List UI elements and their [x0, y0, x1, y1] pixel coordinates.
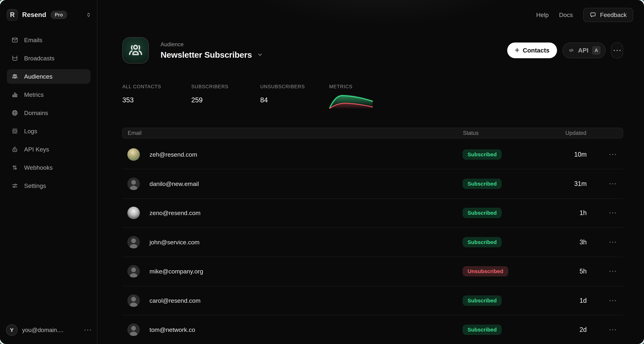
stat-label: UNSUBSCRIBERS [260, 84, 329, 90]
api-button[interactable]: API A [562, 42, 606, 58]
stat-subscribers: SUBSCRIBERS 259 [191, 84, 260, 109]
workspace-name: Resend [22, 11, 46, 18]
table-row[interactable]: mike@company.org Unsubscribed 5h [122, 257, 623, 286]
lock-icon [12, 146, 18, 153]
table-row[interactable]: carol@resend.com Subscribed 1d [122, 286, 623, 315]
status-badge: Subscribed [462, 324, 502, 335]
stat-label: METRICS [329, 84, 398, 90]
row-menu-ellipsis-icon[interactable] [608, 328, 618, 332]
table-row[interactable]: zeno@resend.com Subscribed 1h [122, 198, 623, 227]
avatar [127, 294, 140, 307]
sidebar-item-label: Settings [24, 182, 46, 189]
avatar [127, 178, 140, 190]
logs-icon [12, 128, 18, 134]
audience-icon [122, 37, 149, 64]
user-email: you@domain.... [22, 327, 64, 334]
row-menu-ellipsis-icon[interactable] [608, 269, 618, 274]
status-badge: Subscribed [462, 208, 502, 218]
avatar [127, 207, 140, 219]
contact-email: carol@resend.com [150, 297, 200, 304]
code-icon [568, 47, 574, 54]
sidebar-item-broadcasts[interactable]: Broadcasts [7, 51, 90, 66]
chevron-down-icon [257, 52, 263, 58]
contact-email: danilo@new.email [150, 180, 199, 187]
contact-email: tom@network.co [150, 326, 195, 333]
sidebar-item-label: API Keys [24, 146, 49, 153]
row-menu-ellipsis-icon[interactable] [608, 210, 618, 215]
updated-time: 31m [574, 180, 587, 188]
stat-all-contacts: ALL CONTACTS 353 [122, 84, 191, 109]
updated-time: 1d [580, 297, 587, 304]
audience-selector[interactable]: Newsletter Subscribers [160, 50, 263, 60]
row-menu-ellipsis-icon[interactable] [608, 182, 618, 186]
help-link[interactable]: Help [536, 12, 549, 18]
workspace-switcher[interactable]: R Resend Pro [7, 9, 92, 21]
stat-value: 84 [260, 96, 329, 104]
people-icon [127, 42, 144, 59]
api-shortcut-key: A [592, 46, 600, 55]
sidebar: R Resend Pro Emails Broadcasts [0, 0, 97, 344]
user-initial: Y [10, 327, 14, 333]
avatar [127, 148, 140, 161]
stat-label: SUBSCRIBERS [191, 84, 260, 90]
updated-time: 1h [580, 209, 587, 217]
status-badge: Subscribed [462, 149, 502, 160]
stat-unsubscribers: UNSUBSCRIBERS 84 [260, 84, 329, 109]
speech-bubble-icon [590, 12, 596, 18]
sidebar-item-webhooks[interactable]: Webhooks [7, 160, 90, 175]
stat-metrics: METRICS [329, 84, 398, 109]
avatar [127, 265, 140, 278]
docs-link[interactable]: Docs [559, 12, 573, 18]
table-body: zeh@resend.com Subscribed 10m danilo@new… [122, 140, 623, 344]
sidebar-item-label: Domains [24, 110, 48, 116]
row-menu-ellipsis-icon[interactable] [608, 298, 618, 303]
ellipsis-icon [614, 50, 620, 51]
envelope-icon [12, 36, 18, 44]
updated-time: 3h [580, 238, 587, 246]
plan-badge: Pro [50, 11, 67, 19]
sidebar-item-metrics[interactable]: Metrics [7, 87, 90, 102]
sidebar-item-api-keys[interactable]: API Keys [7, 142, 90, 157]
updated-time: 2d [580, 326, 587, 334]
table-row[interactable]: danilo@new.email Subscribed 31m [122, 169, 623, 198]
status-badge: Subscribed [462, 178, 502, 189]
app-window: R Resend Pro Emails Broadcasts [0, 0, 644, 344]
bar-chart-icon [12, 91, 18, 98]
api-label: API [578, 47, 588, 54]
people-icon [12, 73, 18, 80]
sidebar-item-logs[interactable]: Logs [7, 124, 90, 138]
globe-icon [12, 110, 18, 116]
sidebar-item-settings[interactable]: Settings [7, 178, 90, 193]
contact-email: john@service.com [150, 238, 200, 246]
table-row[interactable]: tom@network.co Subscribed 2d [122, 315, 623, 344]
page-header: Audience Newsletter Subscribers + Contac… [122, 37, 623, 64]
sidebar-item-audiences[interactable]: Audiences [7, 69, 90, 84]
more-options-button[interactable] [611, 42, 623, 58]
stat-value: 259 [191, 96, 260, 104]
stats-row: ALL CONTACTS 353 SUBSCRIBERS 259 UNSUBSC… [122, 84, 398, 109]
workspace-chevron-icon [86, 12, 92, 18]
logo-letter: R [10, 11, 15, 18]
updated-time: 10m [574, 151, 587, 158]
sliders-icon [12, 182, 18, 189]
column-header-email: Email [128, 130, 142, 136]
feedback-button[interactable]: Feedback [583, 8, 633, 22]
sidebar-item-emails[interactable]: Emails [7, 33, 90, 47]
column-header-updated: Updated [566, 130, 586, 136]
sidebar-item-label: Audiences [24, 73, 52, 80]
table-row[interactable]: zeh@resend.com Subscribed 10m [122, 140, 623, 169]
user-menu-ellipsis-icon[interactable] [84, 330, 91, 330]
table-header: Email Status Updated [122, 128, 623, 138]
avatar [127, 324, 140, 336]
stat-label: ALL CONTACTS [122, 84, 191, 90]
row-menu-ellipsis-icon[interactable] [608, 152, 618, 157]
broadcast-tray-icon [12, 55, 18, 62]
page-title: Newsletter Subscribers [160, 50, 252, 60]
row-menu-ellipsis-icon[interactable] [608, 240, 618, 244]
contacts-label: Contacts [523, 47, 550, 54]
add-contacts-button[interactable]: + Contacts [507, 42, 557, 58]
contact-email: mike@company.org [150, 268, 203, 275]
user-menu[interactable]: Y you@domain.... [6, 324, 91, 336]
table-row[interactable]: john@service.com Subscribed 3h [122, 227, 623, 256]
sidebar-item-domains[interactable]: Domains [7, 106, 90, 120]
